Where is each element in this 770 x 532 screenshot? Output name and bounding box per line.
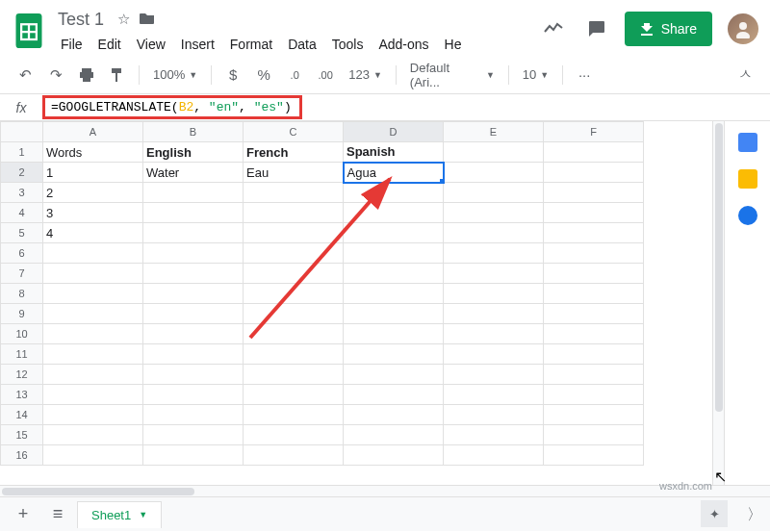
menu-addons[interactable]: Add-ons [372, 33, 435, 56]
cell[interactable] [444, 344, 544, 365]
row-header[interactable]: 3 [1, 183, 43, 203]
cell[interactable] [444, 405, 544, 425]
font-dropdown[interactable]: Default (Ari...▼ [404, 59, 500, 91]
menu-data[interactable]: Data [281, 33, 323, 56]
fontsize-dropdown[interactable]: 10▼ [517, 65, 554, 84]
cell[interactable] [544, 324, 644, 344]
cell[interactable] [544, 385, 644, 405]
cell[interactable] [244, 304, 344, 324]
cell[interactable]: English [143, 142, 244, 163]
more-toolbar-icon[interactable]: ··· [571, 62, 598, 89]
row-header[interactable]: 8 [1, 284, 43, 304]
row-header[interactable]: 9 [1, 304, 43, 324]
cell[interactable] [43, 284, 143, 304]
row-header[interactable]: 5 [1, 223, 43, 243]
cell[interactable] [344, 324, 444, 344]
cell[interactable] [244, 445, 344, 466]
cell[interactable] [143, 344, 244, 365]
cell[interactable] [344, 243, 444, 264]
cell[interactable] [244, 365, 344, 385]
cell[interactable] [344, 264, 444, 284]
cell[interactable] [143, 445, 244, 466]
cell[interactable] [244, 203, 344, 223]
cell[interactable] [344, 304, 444, 324]
cell[interactable] [143, 264, 244, 284]
col-header-A[interactable]: A [43, 122, 143, 142]
cell-active[interactable]: Agua [344, 163, 444, 183]
col-header-F[interactable]: F [544, 122, 644, 142]
row-header[interactable]: 6 [1, 243, 43, 264]
cell[interactable] [544, 445, 644, 466]
share-button[interactable]: Share [625, 12, 712, 46]
cell[interactable] [344, 223, 444, 243]
cell[interactable] [344, 203, 444, 223]
cell[interactable] [43, 405, 143, 425]
select-all-corner[interactable] [1, 122, 43, 142]
col-header-C[interactable]: C [244, 122, 344, 142]
cell[interactable] [143, 405, 244, 425]
tasks-addon-icon[interactable] [738, 206, 757, 225]
cell[interactable] [143, 425, 244, 445]
all-sheets-button[interactable]: ≡ [42, 501, 73, 528]
collapse-toolbar-icon[interactable]: ㅅ [732, 62, 758, 89]
cell[interactable]: Eau [244, 163, 344, 183]
cell[interactable] [444, 264, 544, 284]
cell[interactable] [143, 243, 244, 264]
increase-decimal-button[interactable]: .00 [312, 62, 339, 89]
cell[interactable]: 2 [43, 183, 143, 203]
cell[interactable] [544, 203, 644, 223]
cell[interactable] [544, 183, 644, 203]
cell[interactable] [444, 445, 544, 466]
cell[interactable] [444, 284, 544, 304]
menu-tools[interactable]: Tools [325, 33, 371, 56]
cell[interactable] [444, 183, 544, 203]
cell[interactable] [43, 365, 143, 385]
cell[interactable] [444, 365, 544, 385]
menu-format[interactable]: Format [223, 33, 279, 56]
activity-icon[interactable] [540, 15, 567, 42]
row-header[interactable]: 14 [1, 405, 43, 425]
sidepanel-toggle-icon[interactable]: 〉 [747, 505, 762, 525]
row-header[interactable]: 15 [1, 425, 43, 445]
cell[interactable] [544, 304, 644, 324]
account-avatar[interactable] [728, 13, 758, 44]
decrease-decimal-button[interactable]: .0 [281, 62, 308, 89]
cell[interactable]: 3 [43, 203, 143, 223]
comments-icon[interactable] [582, 15, 609, 42]
cell[interactable] [244, 405, 344, 425]
cell[interactable] [143, 183, 244, 203]
sheets-logo[interactable] [12, 8, 46, 54]
cell[interactable] [444, 425, 544, 445]
row-header[interactable]: 12 [1, 365, 43, 385]
cell[interactable] [344, 405, 444, 425]
cell[interactable] [43, 243, 143, 264]
cell[interactable] [544, 142, 644, 163]
cell[interactable] [444, 243, 544, 264]
col-header-D[interactable]: D [344, 122, 444, 142]
cell[interactable] [244, 243, 344, 264]
cell[interactable] [444, 163, 544, 183]
sheet-tab[interactable]: Sheet1 ▼ [77, 501, 162, 528]
cell[interactable]: Water [143, 163, 244, 183]
cell[interactable] [143, 365, 244, 385]
cell[interactable] [43, 264, 143, 284]
cell[interactable] [344, 183, 444, 203]
cell[interactable] [344, 385, 444, 405]
cell[interactable] [143, 223, 244, 243]
explore-button[interactable]: ✦ [701, 500, 728, 527]
row-header[interactable]: 10 [1, 324, 43, 344]
cell[interactable] [143, 203, 244, 223]
cell[interactable] [444, 304, 544, 324]
cell[interactable] [344, 284, 444, 304]
cell[interactable] [244, 223, 344, 243]
cell[interactable]: 4 [43, 223, 143, 243]
cell[interactable] [244, 183, 344, 203]
cell[interactable] [244, 385, 344, 405]
menu-insert[interactable]: Insert [174, 33, 221, 56]
fx-icon[interactable]: fx [0, 100, 42, 115]
cell[interactable] [544, 344, 644, 365]
add-sheet-button[interactable]: + [8, 501, 38, 528]
undo-icon[interactable]: ↶ [12, 62, 38, 89]
spreadsheet-grid[interactable]: A B C D E F 1WordsEnglishFrenchSpanish 2… [0, 121, 712, 485]
cell[interactable] [244, 425, 344, 445]
